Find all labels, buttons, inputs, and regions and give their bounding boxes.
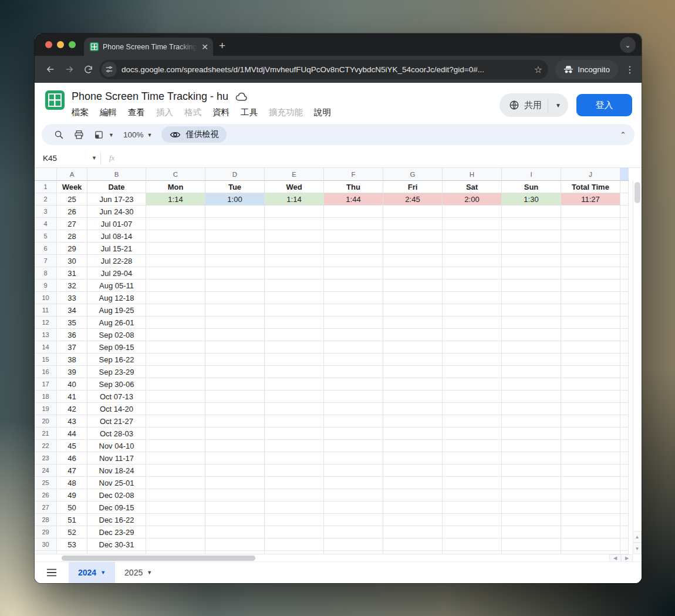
cell-empty[interactable]: [265, 526, 324, 538]
row-number[interactable]: 22: [35, 440, 57, 452]
cell-empty[interactable]: [146, 255, 205, 267]
cell-empty[interactable]: [561, 230, 620, 243]
cell-date[interactable]: Nov 11-17: [87, 452, 146, 464]
cell-week[interactable]: 32: [57, 280, 87, 292]
cell-empty[interactable]: [561, 415, 620, 428]
row-number[interactable]: 20: [35, 415, 57, 428]
cell-date[interactable]: Jul 15-21: [87, 243, 146, 255]
cell-empty[interactable]: [383, 464, 443, 477]
cell-empty[interactable]: [265, 440, 324, 452]
cell-empty[interactable]: [265, 230, 324, 243]
header-cell[interactable]: Mon: [146, 181, 205, 193]
column-header-F[interactable]: F: [324, 168, 383, 181]
cell-total-time[interactable]: 11:27: [561, 193, 620, 206]
cell-empty[interactable]: [146, 477, 205, 489]
cell-empty[interactable]: [502, 366, 561, 378]
browser-tab[interactable]: Phone Screen Time Tracking ✕: [84, 38, 213, 56]
cell-day-value[interactable]: 1:14: [146, 193, 205, 206]
cell-empty[interactable]: [443, 230, 502, 243]
cell-empty[interactable]: [443, 341, 502, 354]
cell-date[interactable]: Aug 12-18: [87, 292, 146, 304]
cell-date[interactable]: Dec 02-08: [87, 489, 146, 501]
cell-empty[interactable]: [383, 255, 443, 267]
cell-empty[interactable]: [265, 280, 324, 292]
cell-empty[interactable]: [443, 329, 502, 341]
cell-empty[interactable]: [324, 440, 383, 452]
cell-empty[interactable]: [265, 514, 324, 526]
cell-date[interactable]: Dec 23-29: [87, 526, 146, 538]
cell-empty[interactable]: [561, 452, 620, 464]
cell-empty[interactable]: [205, 464, 265, 477]
column-header-A[interactable]: A: [57, 168, 87, 181]
cell-empty[interactable]: [324, 354, 383, 366]
cell-empty[interactable]: [265, 329, 324, 341]
cell-date[interactable]: Dec 30-31: [87, 538, 146, 551]
cell-day-value[interactable]: 2:00: [443, 193, 502, 206]
cell-empty[interactable]: [205, 317, 265, 329]
row-number[interactable]: 14: [35, 341, 57, 354]
row-number[interactable]: 24: [35, 464, 57, 477]
cell[interactable]: [620, 489, 629, 501]
cell[interactable]: [620, 514, 629, 526]
cell-week[interactable]: 46: [57, 452, 87, 464]
cell-empty[interactable]: [324, 255, 383, 267]
cell[interactable]: [620, 403, 629, 415]
cell-empty[interactable]: [443, 206, 502, 218]
row-number[interactable]: 30: [35, 538, 57, 551]
cell-empty[interactable]: [561, 403, 620, 415]
cell-empty[interactable]: [146, 514, 205, 526]
cell-empty[interactable]: [265, 354, 324, 366]
cell-empty[interactable]: [561, 304, 620, 317]
cell-empty[interactable]: [383, 403, 443, 415]
cell-empty[interactable]: [561, 538, 620, 551]
cell[interactable]: [620, 341, 629, 354]
menu-item-6[interactable]: 資料: [212, 107, 230, 118]
cell-empty[interactable]: [146, 243, 205, 255]
menu-item-9[interactable]: 說明: [314, 107, 331, 118]
cell-empty[interactable]: [443, 354, 502, 366]
cell[interactable]: [620, 329, 629, 341]
cell-empty[interactable]: [443, 243, 502, 255]
scroll-left-icon[interactable]: ◀: [609, 554, 621, 562]
cell-empty[interactable]: [265, 341, 324, 354]
cell-week[interactable]: 27: [57, 218, 87, 230]
row-number[interactable]: 28: [35, 514, 57, 526]
cell-week[interactable]: 31: [57, 267, 87, 280]
cell-empty[interactable]: [383, 341, 443, 354]
forward-icon[interactable]: [62, 62, 77, 77]
cell-empty[interactable]: [146, 280, 205, 292]
cell-empty[interactable]: [146, 218, 205, 230]
cell-empty[interactable]: [205, 477, 265, 489]
cell-empty[interactable]: [205, 354, 265, 366]
cell-empty[interactable]: [383, 477, 443, 489]
paint-format-dropdown-icon[interactable]: ▼: [109, 132, 114, 138]
cell-week[interactable]: 33: [57, 292, 87, 304]
cell-empty[interactable]: [443, 464, 502, 477]
sheet-tab-dropdown-icon[interactable]: ▼: [100, 570, 106, 575]
cell-day-value[interactable]: 1:14: [265, 193, 324, 206]
horizontal-scrollbar-thumb[interactable]: [62, 556, 255, 561]
cell-empty[interactable]: [561, 501, 620, 514]
cell-empty[interactable]: [146, 391, 205, 403]
cell-empty[interactable]: [443, 255, 502, 267]
cell-empty[interactable]: [561, 526, 620, 538]
sign-in-button[interactable]: 登入: [576, 94, 632, 116]
cell-empty[interactable]: [146, 206, 205, 218]
cell-empty[interactable]: [502, 415, 561, 428]
cell-empty[interactable]: [383, 206, 443, 218]
cell-empty[interactable]: [205, 329, 265, 341]
cell-empty[interactable]: [502, 304, 561, 317]
cell-empty[interactable]: [265, 317, 324, 329]
cell-empty[interactable]: [205, 243, 265, 255]
cell-empty[interactable]: [502, 329, 561, 341]
cell-empty[interactable]: [205, 489, 265, 501]
cell-empty[interactable]: [443, 218, 502, 230]
cell[interactable]: [620, 317, 629, 329]
menu-item-7[interactable]: 工具: [241, 107, 258, 118]
cell-empty[interactable]: [383, 304, 443, 317]
share-dropdown-icon[interactable]: ▼: [548, 102, 568, 109]
menu-item-3[interactable]: 查看: [128, 107, 145, 118]
cell-date[interactable]: Dec 16-22: [87, 514, 146, 526]
cell-empty[interactable]: [324, 329, 383, 341]
fullscreen-window-button[interactable]: [69, 41, 76, 48]
